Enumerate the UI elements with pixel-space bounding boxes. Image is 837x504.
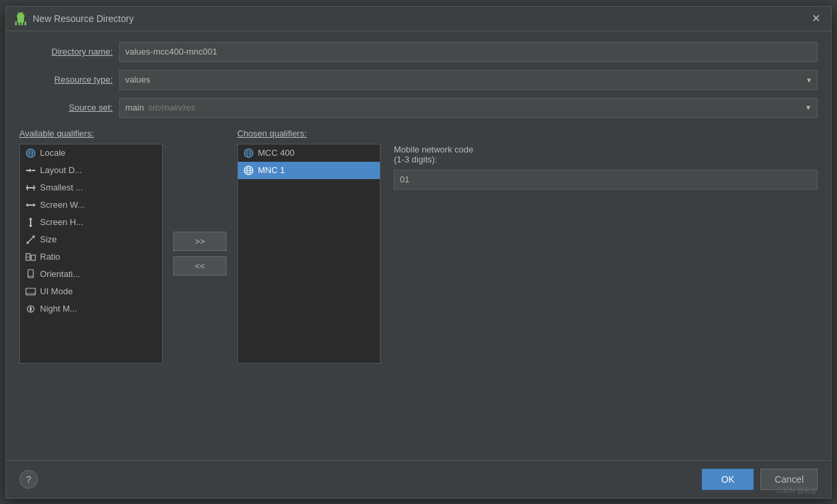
svg-marker-12 bbox=[26, 203, 28, 207]
svg-marker-16 bbox=[29, 225, 33, 227]
resource-type-row: Resource type: values layout drawable mi… bbox=[19, 70, 818, 90]
qualifier-screen-width-label: Screen W... bbox=[40, 200, 85, 210]
resource-type-select-wrapper: values layout drawable mipmap menu anim … bbox=[119, 70, 818, 90]
dialog-body: Directory name: Resource type: values la… bbox=[6, 31, 831, 460]
svg-marker-15 bbox=[29, 218, 33, 220]
chosen-mcc-label: MCC 400 bbox=[258, 148, 295, 158]
chosen-mnc-icon bbox=[243, 165, 254, 176]
qualifier-smallest-width-label: Smallest ... bbox=[40, 182, 83, 192]
chosen-mnc-label: MNC 1 bbox=[258, 165, 285, 175]
directory-name-input[interactable] bbox=[119, 42, 818, 62]
size-icon bbox=[25, 234, 36, 245]
title-bar-left: New Resource Directory bbox=[14, 12, 134, 25]
qualifier-locale[interactable]: Locale bbox=[20, 144, 162, 162]
chosen-mnc[interactable]: MNC 1 bbox=[238, 162, 380, 179]
dialog-footer: ? OK Cancel bbox=[6, 460, 831, 498]
close-button[interactable]: ✕ bbox=[809, 12, 823, 25]
new-resource-directory-dialog: New Resource Directory ✕ Directory name:… bbox=[5, 6, 832, 499]
source-set-arrow: ▼ bbox=[805, 104, 812, 111]
svg-marker-6 bbox=[29, 168, 32, 172]
screen-width-icon bbox=[25, 200, 36, 210]
resource-type-label: Resource type: bbox=[19, 75, 113, 85]
source-set-label: Source set: bbox=[19, 103, 113, 113]
available-qualifiers-label: Available qualifiers: bbox=[19, 128, 163, 138]
qualifier-smallest-width[interactable]: Smallest ... bbox=[20, 179, 162, 196]
chosen-qualifiers-list[interactable]: MCC 400 MNC 1 bbox=[237, 144, 381, 364]
source-set-path: src/main/res bbox=[148, 103, 195, 113]
qualifiers-container: Available qualifiers: bbox=[19, 128, 818, 364]
qualifier-ratio[interactable]: 4:3 Ratio bbox=[20, 248, 162, 266]
source-set-display: main src/main/res ▼ bbox=[119, 98, 818, 118]
screen-height-icon bbox=[25, 217, 36, 228]
qualifier-screen-width[interactable]: Screen W... bbox=[20, 196, 162, 214]
android-icon bbox=[14, 12, 27, 25]
dialog-title: New Resource Directory bbox=[33, 13, 134, 24]
watermark: CSDN @辰迹 、 bbox=[776, 486, 826, 495]
qualifier-layout-direction[interactable]: Layout D... bbox=[20, 162, 162, 179]
svg-marker-13 bbox=[33, 203, 35, 207]
qualifier-locale-label: Locale bbox=[40, 148, 65, 158]
resource-type-select[interactable]: values layout drawable mipmap menu anim … bbox=[119, 70, 818, 90]
qualifier-screen-height-label: Screen H... bbox=[40, 217, 83, 227]
qualifier-night-mode-label: Night M... bbox=[40, 304, 77, 314]
night-mode-icon bbox=[25, 304, 36, 314]
ok-button[interactable]: OK bbox=[702, 469, 754, 490]
footer-left: ? bbox=[19, 470, 38, 489]
ui-mode-icon bbox=[25, 286, 36, 297]
qualifier-ratio-label: Ratio bbox=[40, 252, 60, 262]
qualifier-orientation[interactable]: Orientati... bbox=[20, 266, 162, 283]
qualifier-ui-mode-label: UI Mode bbox=[40, 286, 73, 296]
directory-name-label: Directory name: bbox=[19, 47, 113, 57]
svg-rect-25 bbox=[26, 288, 35, 295]
add-qualifier-button[interactable]: >> bbox=[173, 232, 227, 251]
ratio-icon: 4:3 bbox=[25, 252, 36, 262]
svg-rect-7 bbox=[32, 170, 35, 171]
source-set-row: Source set: main src/main/res ▼ bbox=[19, 98, 818, 118]
help-button[interactable]: ? bbox=[19, 470, 38, 489]
chosen-mcc[interactable]: MCC 400 bbox=[238, 144, 380, 162]
source-set-main: main bbox=[125, 103, 144, 113]
qualifier-orientation-label: Orientati... bbox=[40, 269, 80, 279]
available-qualifiers-section: Available qualifiers: bbox=[19, 128, 163, 364]
smallest-width-icon bbox=[25, 182, 36, 193]
detail-column: Mobile network code (1-3 digits): bbox=[381, 128, 818, 364]
qualifier-size[interactable]: Size bbox=[20, 231, 162, 248]
layout-direction-icon bbox=[25, 165, 36, 176]
chosen-qualifiers-label: Chosen qualifiers: bbox=[237, 128, 381, 138]
qualifier-size-label: Size bbox=[40, 234, 57, 244]
locale-icon bbox=[25, 148, 36, 158]
svg-text:4:3: 4:3 bbox=[27, 255, 31, 259]
chosen-mcc-icon bbox=[243, 148, 254, 158]
arrows-column: >> << bbox=[163, 128, 237, 364]
chosen-qualifiers-section: Chosen qualifiers: bbox=[237, 128, 381, 364]
available-qualifiers-list[interactable]: Locale Layout D... bbox=[19, 144, 163, 364]
title-bar: New Resource Directory ✕ bbox=[6, 7, 831, 31]
mnc-value-input[interactable] bbox=[394, 170, 818, 190]
orientation-icon bbox=[25, 269, 36, 280]
directory-name-row: Directory name: bbox=[19, 42, 818, 62]
qualifier-layout-label: Layout D... bbox=[40, 165, 82, 175]
qualifier-screen-height[interactable]: Screen H... bbox=[20, 214, 162, 231]
detail-title: Mobile network code (1-3 digits): bbox=[394, 144, 818, 164]
svg-rect-21 bbox=[31, 255, 35, 260]
remove-qualifier-button[interactable]: << bbox=[173, 256, 227, 276]
svg-rect-5 bbox=[26, 170, 29, 171]
qualifier-night-mode[interactable]: Night M... bbox=[20, 300, 162, 318]
qualifier-ui-mode[interactable]: UI Mode bbox=[20, 283, 162, 300]
